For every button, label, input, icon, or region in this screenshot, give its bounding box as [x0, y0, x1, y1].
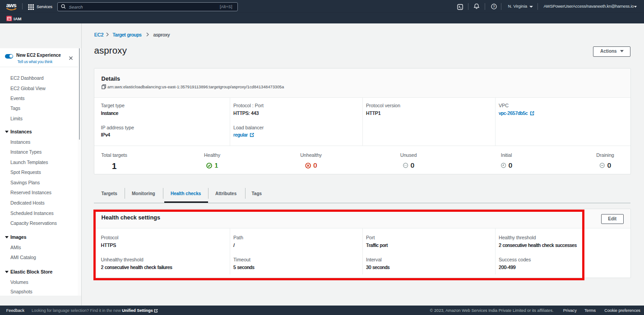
- svg-text:?: ?: [493, 5, 495, 9]
- svg-text:aws: aws: [6, 3, 17, 9]
